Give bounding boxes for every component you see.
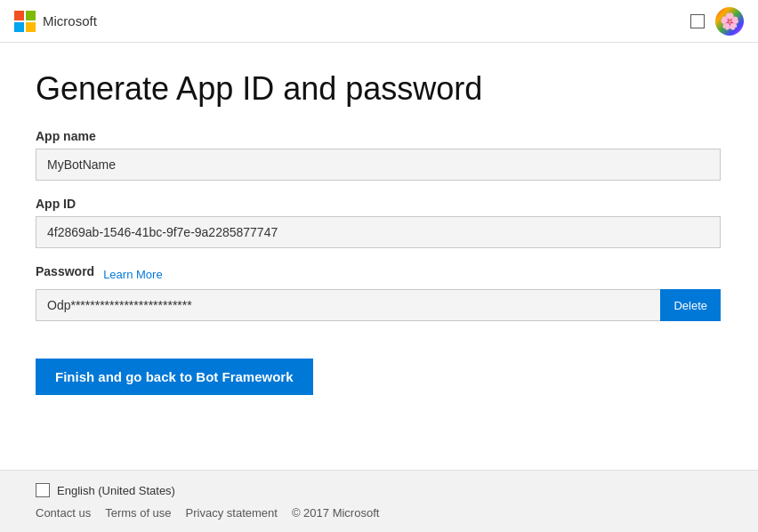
header: Microsoft 🌸 <box>0 0 758 43</box>
app-id-field-group: App ID <box>36 197 722 248</box>
password-label-row: Password Learn More <box>36 264 722 284</box>
password-label: Password <box>36 264 94 278</box>
main-content: Generate App ID and password App name Ap… <box>0 43 758 470</box>
lang-checkbox[interactable] <box>36 483 50 497</box>
contact-us-link[interactable]: Contact us <box>36 506 91 520</box>
app-name-input[interactable] <box>36 149 721 181</box>
password-field-row: Delete <box>36 289 721 321</box>
delete-button[interactable]: Delete <box>660 289 721 321</box>
header-left: Microsoft <box>14 11 97 32</box>
learn-more-link[interactable]: Learn More <box>103 268 162 281</box>
footer-lang-row: English (United States) <box>36 483 722 497</box>
app-id-label: App ID <box>36 197 722 211</box>
logo-blue <box>14 22 24 32</box>
password-input[interactable] <box>36 289 660 321</box>
avatar[interactable]: 🌸 <box>715 7 744 36</box>
app-id-input[interactable] <box>36 216 721 248</box>
app-name-label: App name <box>36 129 722 143</box>
page-title: Generate App ID and password <box>36 69 722 108</box>
app-name-field-group: App name <box>36 129 722 181</box>
terms-of-use-link[interactable]: Terms of use <box>105 506 171 520</box>
logo-green <box>26 11 36 20</box>
copyright: © 2017 Microsoft <box>292 506 379 520</box>
logo-yellow <box>26 22 36 32</box>
finish-button[interactable]: Finish and go back to Bot Framework <box>36 359 313 395</box>
footer: English (United States) Contact us Terms… <box>0 470 758 532</box>
brand-name: Microsoft <box>43 13 97 28</box>
window-minimize-button[interactable] <box>690 14 705 28</box>
footer-links: Contact us Terms of use Privacy statemen… <box>36 506 722 520</box>
header-right: 🌸 <box>690 7 744 36</box>
logo-red <box>14 11 24 20</box>
privacy-statement-link[interactable]: Privacy statement <box>186 506 278 520</box>
password-field-group: Password Learn More Delete <box>36 264 722 321</box>
lang-label: English (United States) <box>57 484 175 497</box>
microsoft-logo <box>14 11 36 32</box>
